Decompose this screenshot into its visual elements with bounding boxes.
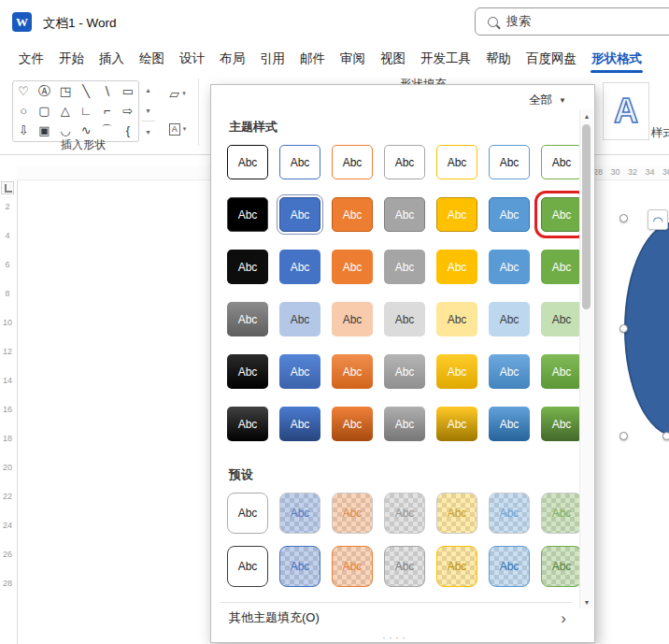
shape-icon[interactable]: ◳: [56, 82, 75, 101]
tab-开始[interactable]: 开始: [51, 45, 92, 73]
shape-icon[interactable]: ○: [14, 102, 33, 121]
theme-style-r2c5[interactable]: Abc: [436, 197, 477, 232]
tab-插入[interactable]: 插入: [92, 45, 132, 73]
theme-style-r6c1[interactable]: Abc: [227, 407, 268, 441]
theme-style-r3c3[interactable]: Abc: [332, 250, 373, 284]
shape-icon[interactable]: ∖: [97, 82, 116, 101]
theme-style-r5c5[interactable]: Abc: [436, 354, 477, 389]
preset-style-r1c7[interactable]: Abc: [541, 493, 582, 534]
theme-style-r2c2[interactable]: Abc: [279, 197, 320, 232]
shape-gallery-up-icon[interactable]: ▴: [141, 80, 155, 101]
theme-style-r5c7[interactable]: Abc: [541, 354, 582, 389]
preset-style-r1c3[interactable]: Abc: [332, 493, 373, 534]
theme-style-r4c2[interactable]: Abc: [279, 302, 320, 336]
layout-options-button[interactable]: ◠: [648, 209, 668, 230]
theme-style-r5c1[interactable]: Abc: [227, 354, 268, 389]
theme-style-r4c1[interactable]: Abc: [227, 302, 268, 336]
shape-handle[interactable]: [619, 324, 628, 333]
tab-开发工具[interactable]: 开发工具: [413, 45, 478, 73]
theme-style-r5c6[interactable]: Abc: [489, 354, 530, 389]
theme-style-r4c7[interactable]: Abc: [541, 302, 582, 336]
theme-style-r6c4[interactable]: Abc: [384, 407, 425, 441]
tab-审阅[interactable]: 审阅: [333, 45, 373, 73]
scroll-down-icon[interactable]: ▾: [580, 595, 593, 608]
shape-icon[interactable]: ♡: [14, 82, 33, 101]
shape-icon[interactable]: ▢: [35, 102, 53, 121]
theme-style-r1c7[interactable]: Abc: [541, 145, 582, 179]
preset-style-r1c2[interactable]: Abc: [279, 493, 320, 534]
theme-style-r4c6[interactable]: Abc: [489, 302, 530, 336]
theme-style-r6c2[interactable]: Abc: [279, 407, 320, 441]
text-box-button[interactable]: A▾: [161, 116, 194, 142]
gallery-scrollbar[interactable]: ▴ ▾: [579, 109, 593, 608]
preset-style-r1c4[interactable]: Abc: [384, 493, 425, 534]
tab-百度网盘[interactable]: 百度网盘: [519, 45, 584, 73]
theme-style-r5c3[interactable]: Abc: [332, 354, 373, 389]
tab-设计[interactable]: 设计: [172, 45, 212, 73]
theme-style-r4c3[interactable]: Abc: [332, 302, 373, 336]
gallery-filter-button[interactable]: 全部 ▼: [529, 93, 566, 108]
shape-handle[interactable]: [662, 432, 669, 440]
theme-style-r5c2[interactable]: Abc: [279, 354, 320, 389]
theme-style-r2c7[interactable]: Abc: [541, 197, 582, 232]
theme-style-r6c3[interactable]: Abc: [332, 407, 373, 441]
scrollbar-thumb[interactable]: [582, 124, 591, 309]
tab-布局[interactable]: 布局: [212, 45, 252, 73]
theme-style-r6c7[interactable]: Abc: [541, 407, 582, 441]
shape-icon[interactable]: △: [56, 102, 75, 121]
theme-style-r2c1[interactable]: Abc: [227, 197, 268, 232]
shape-icon[interactable]: ∟: [77, 102, 95, 121]
preset-style-r2c6[interactable]: Abc: [489, 546, 530, 587]
preset-style-r1c6[interactable]: Abc: [489, 493, 530, 534]
theme-style-r3c7[interactable]: Abc: [541, 250, 582, 284]
wordart-style-button[interactable]: A: [603, 82, 649, 140]
tab-绘图[interactable]: 绘图: [132, 45, 172, 73]
search-input[interactable]: 搜索: [475, 7, 669, 36]
preset-style-r2c5[interactable]: Abc: [436, 546, 477, 587]
shape-handle[interactable]: [619, 214, 628, 222]
edit-shape-button[interactable]: ▱▾: [161, 80, 194, 107]
preset-style-r2c7[interactable]: Abc: [541, 546, 582, 587]
theme-style-r2c3[interactable]: Abc: [332, 197, 373, 232]
theme-style-r5c4[interactable]: Abc: [384, 354, 425, 389]
theme-style-r3c6[interactable]: Abc: [489, 250, 530, 284]
tab-邮件[interactable]: 邮件: [292, 45, 333, 73]
theme-style-r3c5[interactable]: Abc: [436, 250, 477, 284]
theme-style-r3c1[interactable]: Abc: [227, 250, 268, 284]
tab-文件[interactable]: 文件: [11, 45, 51, 73]
scroll-up-icon[interactable]: ▴: [580, 109, 593, 122]
preset-style-r2c3[interactable]: Abc: [332, 546, 373, 587]
shape-icon[interactable]: Ⓐ: [35, 82, 53, 101]
selected-shape[interactable]: [624, 222, 669, 436]
theme-style-r1c6[interactable]: Abc: [489, 145, 530, 179]
tab-视图[interactable]: 视图: [373, 45, 413, 73]
theme-style-r1c2[interactable]: Abc: [279, 145, 320, 179]
theme-style-r2c6[interactable]: Abc: [489, 197, 530, 232]
theme-style-r1c1[interactable]: Abc: [227, 145, 268, 179]
preset-style-r1c1[interactable]: Abc: [227, 493, 268, 534]
shape-icon[interactable]: ⇨: [119, 102, 137, 121]
theme-style-r3c4[interactable]: Abc: [384, 250, 425, 284]
theme-style-r1c4[interactable]: Abc: [384, 145, 425, 179]
theme-style-r1c3[interactable]: Abc: [332, 145, 373, 179]
preset-style-r2c2[interactable]: Abc: [279, 546, 320, 587]
shape-icon[interactable]: ⌐: [97, 102, 116, 121]
theme-style-r4c4[interactable]: Abc: [384, 302, 425, 336]
preset-style-r2c1[interactable]: Abc: [227, 546, 268, 587]
shape-gallery-down-icon[interactable]: ▾: [141, 101, 155, 122]
resize-dots-handle[interactable]: ····: [211, 633, 579, 642]
tab-形状格式[interactable]: 形状格式: [584, 45, 649, 73]
shape-handle[interactable]: [619, 432, 628, 440]
preset-style-r1c5[interactable]: Abc: [436, 493, 477, 534]
tab-帮助[interactable]: 帮助: [478, 45, 519, 73]
theme-style-r6c6[interactable]: Abc: [489, 407, 530, 441]
tab-selector[interactable]: [1, 181, 14, 194]
theme-style-r3c2[interactable]: Abc: [279, 250, 320, 284]
tab-引用[interactable]: 引用: [252, 45, 292, 73]
theme-style-r4c5[interactable]: Abc: [436, 302, 477, 336]
shape-icon[interactable]: ▭: [119, 82, 137, 101]
theme-style-r1c5[interactable]: Abc: [436, 145, 477, 179]
other-theme-fills-item[interactable]: 其他主题填充(O) ›: [211, 603, 579, 633]
shape-icon[interactable]: ╲: [77, 82, 95, 101]
theme-style-r6c5[interactable]: Abc: [436, 407, 477, 441]
